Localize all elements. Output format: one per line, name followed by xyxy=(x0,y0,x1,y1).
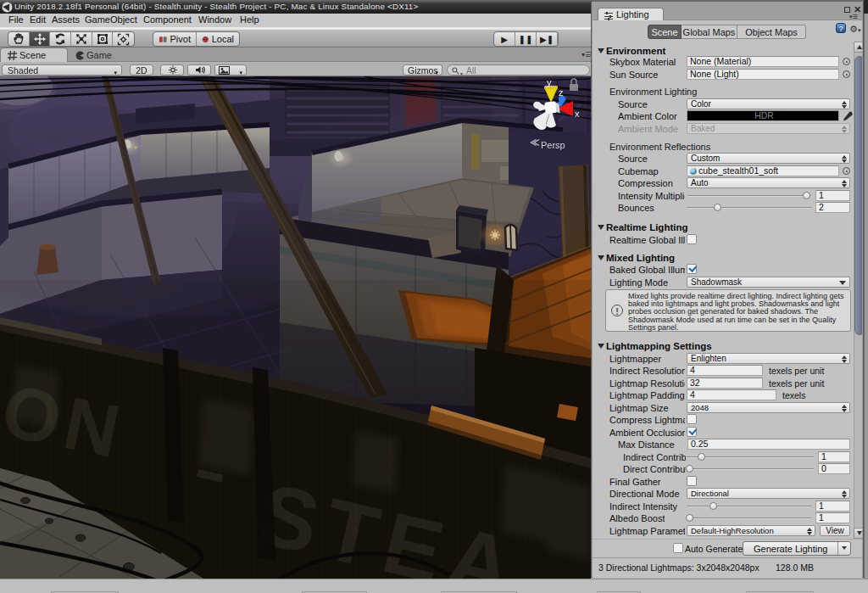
svg-text:Persp: Persp xyxy=(541,140,565,150)
svg-text:x: x xyxy=(575,109,580,119)
svg-text:z: z xyxy=(559,87,564,98)
svg-text:y: y xyxy=(547,77,552,87)
